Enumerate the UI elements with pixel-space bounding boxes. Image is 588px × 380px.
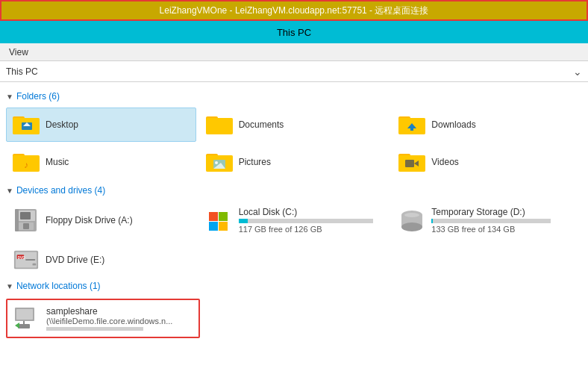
local-disk-c-info: Local Disk (C:) 117 GB free of 126 GB (239, 207, 373, 234)
local-disk-c-bar (239, 219, 373, 223)
folders-section-title: Folders (6) (16, 91, 60, 102)
list-item[interactable]: Videos (392, 145, 582, 179)
temp-storage-d-bar (431, 219, 551, 223)
network-collapse-icon: ▼ (6, 282, 13, 290)
window-header: This PC (0, 21, 588, 43)
network-locations-list: sampleshare (\\leifileDemo.file.core.win… (0, 294, 588, 343)
folder-label: Videos (431, 157, 458, 167)
address-bar: ⌄ (0, 61, 588, 82)
svg-text:DVD: DVD (18, 256, 26, 260)
local-disk-c-free: 117 GB free of 126 GB (239, 225, 373, 234)
folder-label: Music (46, 157, 69, 167)
svg-rect-34 (209, 212, 218, 221)
list-item[interactable]: Floppy Disk Drive (A:) (6, 202, 196, 239)
chevron-down-icon[interactable]: ⌄ (570, 66, 585, 78)
local-disk-c-icon (206, 208, 233, 233)
svg-rect-36 (209, 222, 218, 231)
floppy-drive-icon (13, 208, 40, 233)
temp-storage-d-name: Temporary Storage (D:) (431, 207, 551, 217)
title-bar: LeiZhangVMOne - LeiZhangVM.cloudapp.net:… (0, 0, 588, 21)
temp-storage-d-free: 133 GB free of 134 GB (431, 225, 551, 234)
list-item[interactable]: Pictures (199, 145, 390, 179)
temp-storage-d-info: Temporary Storage (D:) 133 GB free of 13… (431, 207, 551, 234)
svg-rect-26 (405, 160, 414, 167)
svg-rect-30 (20, 212, 31, 219)
svg-point-40 (401, 222, 422, 231)
folder-label: Desktop (46, 119, 78, 130)
dvd-drive-name: DVD Drive (E:) (46, 255, 104, 265)
network-share-name: sampleshare (46, 306, 172, 317)
toolbar-view[interactable]: View (6, 47, 31, 57)
svg-rect-46 (25, 259, 35, 261)
list-item[interactable]: Downloads (392, 108, 582, 142)
folder-icon: ♪ (13, 150, 40, 174)
network-share-bar (46, 327, 143, 331)
drives-grid: Floppy Disk Drive (A:) Local Disk (C:) (0, 199, 588, 242)
folder-label: Documents (239, 119, 284, 130)
svg-rect-37 (219, 222, 228, 231)
list-item[interactable]: ♪ Music (6, 145, 196, 179)
list-item[interactable]: Documents (199, 108, 390, 142)
dvd-drive-icon: DVD (13, 247, 40, 272)
svg-rect-49 (16, 309, 33, 320)
list-item[interactable]: sampleshare (\\leifileDemo.file.core.win… (6, 299, 200, 338)
svg-rect-32 (23, 223, 29, 229)
svg-rect-33 (15, 209, 19, 231)
list-item[interactable]: Desktop (6, 108, 196, 142)
window-title: This PC (277, 27, 311, 38)
folder-label: Pictures (239, 157, 271, 167)
folder-icon (398, 150, 425, 174)
list-item[interactable]: Local Disk (C:) 117 GB free of 126 GB (199, 202, 390, 239)
svg-rect-35 (219, 212, 228, 221)
folders-section-header[interactable]: ▼ Folders (6) (0, 88, 588, 105)
svg-point-21 (215, 161, 218, 164)
devices-section-title: Devices and drives (4) (16, 185, 105, 196)
folder-label: Downloads (431, 119, 475, 130)
network-share-icon (13, 305, 40, 332)
network-share-info: sampleshare (\\leifileDemo.file.core.win… (46, 306, 172, 331)
svg-rect-12 (410, 128, 413, 131)
folder-icon (206, 113, 233, 137)
list-item[interactable]: DVD DVD Drive (E:) (6, 242, 200, 278)
svg-rect-51 (18, 324, 30, 328)
folder-icon (13, 113, 40, 137)
folders-grid: Desktop Documents (0, 105, 588, 182)
dvd-drive-info: DVD Drive (E:) (46, 255, 104, 265)
folder-icon (398, 113, 425, 137)
temp-storage-d-icon (398, 208, 425, 233)
floppy-drive-name: Floppy Disk Drive (A:) (46, 215, 133, 225)
folder-icon (206, 150, 233, 174)
dvd-drive-row: DVD DVD Drive (E:) (0, 242, 588, 278)
devices-section-header[interactable]: ▼ Devices and drives (4) (0, 182, 588, 199)
devices-collapse-icon: ▼ (6, 187, 13, 195)
svg-text:♪: ♪ (24, 160, 28, 170)
address-input[interactable] (3, 66, 570, 77)
svg-point-41 (404, 213, 419, 217)
local-disk-c-name: Local Disk (C:) (239, 207, 373, 217)
network-share-path: (\\leifileDemo.file.core.windows.n... (46, 317, 172, 326)
main-content: ▼ Folders (6) Desktop (0, 82, 588, 380)
list-item[interactable]: Temporary Storage (D:) 133 GB free of 13… (392, 202, 582, 239)
svg-rect-47 (33, 264, 37, 266)
folders-collapse-icon: ▼ (6, 93, 13, 101)
network-section-title: Network locations (1) (16, 281, 101, 291)
floppy-drive-info: Floppy Disk Drive (A:) (46, 215, 133, 225)
svg-marker-52 (15, 323, 19, 328)
svg-rect-7 (206, 118, 233, 134)
toolbar: View (0, 43, 588, 61)
title-bar-text: LeiZhangVMOne - LeiZhangVM.cloudapp.net:… (160, 4, 429, 17)
network-section-header[interactable]: ▼ Network locations (1) (0, 278, 588, 294)
